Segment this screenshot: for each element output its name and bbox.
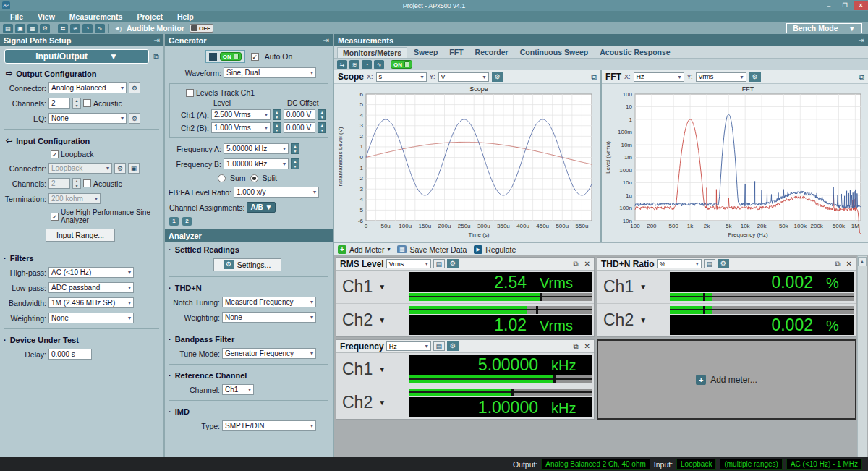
tune-mode-select[interactable]: Generator Frequency▾ [222,348,316,359]
fft-popout-icon[interactable]: ⧉ [859,72,864,82]
rms-ch2-selector[interactable]: Ch2▼ [336,304,409,336]
collapse-dash-icon[interactable]: · [4,336,7,344]
signal-path-icon[interactable]: ⇆ [58,24,68,33]
fft-x-select[interactable]: Hz▾ [634,72,684,82]
meter-settings-gear-icon[interactable]: ⚙ [447,341,459,351]
page-2-button[interactable]: 2 [182,217,192,226]
input-output-selector[interactable]: Input/Output▼ [4,49,149,64]
auto-on-checkbox[interactable] [251,53,259,61]
thdn-unit-select[interactable]: %▾ [657,259,702,268]
reference-channel-select[interactable]: Ch1▾ [222,384,254,395]
split-radio[interactable] [250,174,258,182]
waveform-select[interactable]: Sine, Dual▾ [224,67,316,78]
scroll-up-icon[interactable]: ▲ [858,257,867,266]
scope-y-select[interactable]: V▾ [438,72,489,82]
audible-monitor-toggle[interactable]: OFF [190,24,213,33]
ratio-select[interactable]: 1.000 x/y▾ [234,187,319,198]
notch-tuning-select[interactable]: Measured Frequency▾ [222,297,316,307]
stop-icon[interactable] [209,53,217,61]
meter-popout-icon[interactable]: ⧉ [573,342,578,351]
rms-unit-select[interactable]: Vrms▾ [386,259,431,268]
scope-chart[interactable]: -6-5-4-3-2-10123456050u100u150u200u250u3… [334,84,600,242]
bandwidth-select[interactable]: 1M (2.496 MHz SR)▾ [48,297,134,308]
ch1-offset-input[interactable]: 0.000 V [284,109,316,120]
ch2-offset-input[interactable]: 0.000 V [284,122,316,133]
regulate-button[interactable]: ▶ Regulate [474,245,516,254]
frequency-a-select[interactable]: 5.00000 kHz▾ [224,143,289,154]
input-range-button[interactable]: Input Range... [46,229,115,242]
menu-help[interactable]: Help [171,12,200,21]
tab-monitors-meters[interactable]: Monitors/Meters [337,47,407,58]
scope-x-select[interactable]: s▾ [376,72,427,82]
save-meter-data-button[interactable]: ▦ Save Meter Data [397,245,467,254]
high-pass-select[interactable]: AC (<10 Hz)▾ [48,267,134,278]
collapse-dash-icon[interactable]: · [4,254,7,263]
meter-style-icon[interactable]: ▤ [433,341,445,351]
scope-settings-gear-icon[interactable]: ⚙ [492,72,503,82]
analyzer-icon[interactable]: ≋ [70,24,80,33]
menu-project[interactable]: Project [131,12,169,21]
meter-icon[interactable]: ◔ [82,24,93,33]
frequency-b-stepper[interactable]: ▲▼ [291,158,299,169]
channel-assignments-button[interactable]: A/B ▼ [247,202,276,213]
ch1-offset-stepper[interactable]: ▲▼ [318,109,326,120]
meter-icon[interactable]: ◔ [362,60,372,69]
low-pass-select[interactable]: ADC passband▾ [48,282,134,293]
save-project-icon[interactable]: ▦ [27,24,38,33]
page-1-button[interactable]: 1 [169,217,179,226]
open-project-icon[interactable]: ▣ [15,24,25,33]
rms-ch1-selector[interactable]: Ch1▼ [336,271,409,303]
maximize-button[interactable]: ❐ [838,1,852,10]
scope-popout-icon[interactable]: ⧉ [591,72,597,82]
fft-chart[interactable]: 1002005001k2k5k10k20k50k100k200k500k1M10… [602,84,868,242]
monitors-on-toggle[interactable]: ON [391,60,412,69]
eq-gear-icon[interactable]: ⚙ [129,113,140,124]
signal-path-icon[interactable]: ⇆ [337,60,347,69]
settings-gear-icon[interactable]: ⚙ [40,24,50,33]
menu-view[interactable]: View [32,12,61,21]
collapse-panel-icon[interactable]: ⇥ [859,36,864,44]
input-connector-gear-icon[interactable]: ⚙ [114,163,126,174]
meter-close-icon[interactable]: ✕ [846,260,852,268]
close-button[interactable]: ✕ [854,1,868,10]
thdn-ch2-selector[interactable]: Ch2▼ [597,304,670,336]
add-meter-tile[interactable]: + Add meter... [597,339,856,420]
collapse-panel-icon[interactable]: ⇥ [323,36,329,44]
input-connector-config-icon[interactable]: ▣ [128,163,140,174]
frequency-a-stepper[interactable]: ▲▼ [291,143,299,154]
sum-radio[interactable] [218,174,226,182]
frequency-unit-select[interactable]: Hz▾ [386,341,431,351]
meter-popout-icon[interactable]: ⧉ [573,260,578,268]
meter-settings-gear-icon[interactable]: ⚙ [718,259,729,268]
new-project-icon[interactable]: ▤ [3,24,13,33]
meter-settings-gear-icon[interactable]: ⚙ [447,259,459,268]
weighting-select[interactable]: None▾ [48,313,134,323]
tab-continuous-sweep[interactable]: Continuous Sweep [515,47,594,57]
ch2-offset-stepper[interactable]: ▲▼ [318,122,326,133]
bench-mode-button[interactable]: Bench Mode▼ [786,23,862,33]
tab-sweep[interactable]: Sweep [409,47,443,57]
eq-select[interactable]: None▾ [48,113,127,124]
ch2-level-stepper[interactable]: ▲▼ [273,122,281,133]
generator-on-toggle[interactable]: ON [205,50,245,63]
meter-close-icon[interactable]: ✕ [584,342,590,351]
menu-measurements[interactable]: Measurements [64,12,129,21]
fft-y-select[interactable]: Vrms▾ [696,72,746,82]
output-channels-input[interactable]: 2 [48,98,70,109]
input-acoustic-checkbox[interactable] [83,179,91,187]
output-connector-gear-icon[interactable]: ⚙ [129,82,140,93]
meter-style-icon[interactable]: ▤ [704,259,715,268]
menu-file[interactable]: File [4,12,29,21]
thdn-ch1-selector[interactable]: Ch1▼ [597,271,670,303]
analyzer-weighting-select[interactable]: None▾ [222,312,316,323]
popout-icon[interactable]: ⧉ [153,52,159,61]
delay-input[interactable]: 0.000 s [48,349,92,360]
output-connector-select[interactable]: Analog Balanced▾ [48,82,127,93]
vertical-scrollbar[interactable]: ▲ [857,255,867,457]
hps-analyzer-checkbox[interactable] [51,213,59,221]
tab-acoustic-response[interactable]: Acoustic Response [595,47,675,57]
sweep-icon[interactable]: ∿ [374,60,384,69]
collapse-panel-icon[interactable]: ⇥ [154,36,160,44]
imd-type-select[interactable]: SMPTE/DIN▾ [222,420,316,431]
meter-close-icon[interactable]: ✕ [584,260,590,268]
